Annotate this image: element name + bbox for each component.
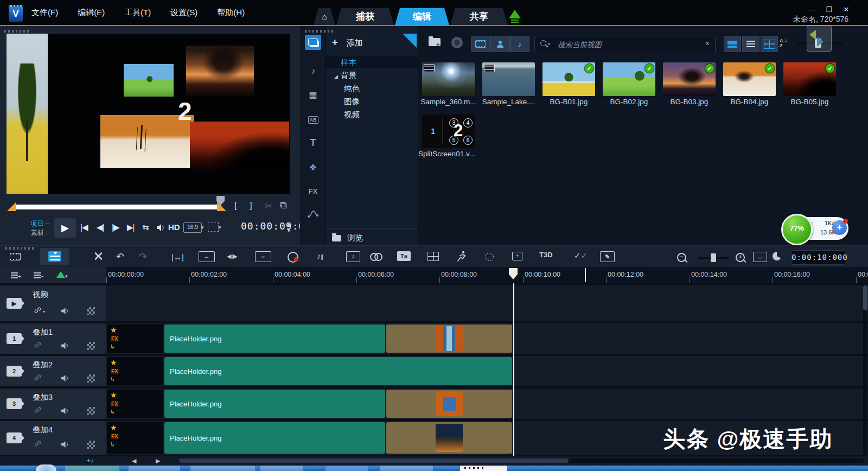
start-button[interactable] [36, 464, 56, 471]
loop-icon[interactable]: ⇆ [142, 222, 149, 232]
skip-end-icon[interactable]: ▶| [127, 222, 134, 232]
audio-gallery-icon[interactable]: ♪ [305, 64, 321, 79]
browse-row[interactable]: 浏览 [326, 228, 418, 246]
duration-clock-icon[interactable] [773, 252, 781, 260]
add-category-button[interactable]: + 添加 [332, 37, 363, 48]
clip-placeholder[interactable]: PlaceHolder.png [164, 390, 385, 418]
prev-frame-icon[interactable]: ◀| [97, 222, 104, 232]
taskbar-app-button[interactable] [380, 466, 433, 471]
track-header-video[interactable]: ▶ 视频 ▾ [0, 285, 106, 321]
range-selection-icon[interactable]: ↔ [199, 251, 215, 262]
close-button[interactable]: ✕ [840, 4, 853, 15]
fit-timeline-icon[interactable]: ↔ [753, 252, 767, 262]
nav-item-background[interactable]: ◢背景 [326, 69, 426, 81]
tab-capture[interactable]: 捕获 [336, 8, 394, 25]
skip-start-icon[interactable]: |◀ [80, 222, 87, 232]
next-frame-icon[interactable]: |▶ [112, 222, 119, 232]
zoom-in-icon[interactable]: + [736, 253, 745, 262]
timeline-hscroll-thumb[interactable] [179, 459, 569, 463]
menu-edit[interactable]: 编辑(E) [78, 8, 105, 18]
storyboard-view-icon[interactable] [10, 253, 21, 262]
timeline-ruler[interactable]: 00:00:00:00 00:00:02:00 00:00:04:00 00:0… [106, 267, 868, 284]
search-dropdown-icon[interactable]: ▾ [548, 42, 550, 47]
clip-customized[interactable]: ★ FX ↳ [107, 357, 163, 385]
filter-photos-button[interactable] [490, 36, 510, 52]
scroll-left-icon[interactable]: ◀ [132, 457, 136, 464]
fit-project-icon[interactable]: |↔| [171, 252, 184, 262]
chroma-key-dropdown-icon[interactable]: ▾ [56, 271, 68, 279]
taskbar-app-button[interactable] [129, 466, 180, 471]
mode-project[interactable]: 项目 – [30, 219, 49, 228]
mode-clip[interactable]: 素材 – [30, 228, 49, 237]
instant-project-icon[interactable]: ▦ [305, 88, 321, 103]
library-item-thumb[interactable] [482, 62, 535, 96]
mute-icon[interactable] [61, 374, 69, 384]
library-item-thumb[interactable] [422, 62, 475, 96]
timecode-down-icon[interactable]: ▼ [286, 228, 291, 233]
track-header-overlay4[interactable]: 4 叠加4 [0, 421, 106, 455]
smart-proxy-icon[interactable]: ✓✓ [574, 251, 588, 260]
customize-motion-icon[interactable]: + [512, 252, 522, 260]
tab-edit[interactable]: 编辑 [395, 8, 449, 25]
menu-settings[interactable]: 设置(S) [170, 8, 197, 18]
volume-icon[interactable] [156, 224, 165, 233]
timeline-view-button[interactable] [40, 248, 69, 265]
title-gallery-icon[interactable]: T [305, 136, 321, 151]
clip-customized[interactable]: ★ FX ↳ [107, 422, 163, 454]
library-item-thumb[interactable]: 1 3 4 2 5 6 [422, 114, 475, 148]
view-grid-button[interactable] [761, 36, 778, 52]
restore-button[interactable]: ❐ [822, 4, 835, 15]
menu-tools[interactable]: 工具(T) [124, 8, 151, 18]
play-button[interactable]: ▶ [54, 218, 76, 238]
hd-toggle[interactable]: HD [168, 222, 180, 232]
search-input[interactable] [557, 38, 694, 51]
nav-item-sample[interactable]: 样本 [326, 56, 433, 68]
ripple-edit-icon[interactable]: ◀|▶ [227, 253, 238, 260]
trim-bar[interactable] [16, 205, 221, 209]
clip-placeholder[interactable]: PlaceHolder.png [164, 422, 385, 454]
timecode-up-icon[interactable]: ▲ [286, 222, 291, 227]
track-transparency-icon[interactable] [87, 307, 95, 315]
panel-grip[interactable] [305, 30, 333, 33]
overlay1-track-lane[interactable]: ★ FX ↳ PlaceHolder.png [106, 323, 868, 354]
track-header-overlay1[interactable]: 1 叠加1 [0, 323, 106, 354]
view-detail-button[interactable] [724, 36, 741, 52]
tool-dropdown-icon[interactable]: ▾ [219, 225, 221, 230]
clip-customized[interactable]: ★ FX ↳ [107, 390, 163, 418]
taskbar-app-button[interactable] [460, 466, 507, 471]
motion-blur-icon[interactable] [370, 253, 382, 260]
track-swap-icon[interactable]: ⇔ [255, 251, 271, 262]
filter-gallery-icon[interactable]: FX [305, 184, 321, 200]
undo-icon[interactable]: ↶ [116, 251, 124, 263]
library-item-thumb[interactable]: ✓ [603, 62, 655, 96]
mute-icon[interactable] [61, 307, 69, 316]
overlay3-track-lane[interactable]: ★ FX ↳ PlaceHolder.png [106, 389, 868, 419]
link-icon[interactable] [34, 306, 42, 316]
filter-videos-button[interactable] [471, 36, 490, 52]
panel-grip[interactable] [4, 30, 30, 33]
preview-video[interactable]: 2 [7, 34, 290, 194]
mark-in-button[interactable]: [ [234, 200, 237, 211]
minimize-button[interactable]: — [805, 4, 818, 15]
split-screen-icon[interactable] [427, 252, 439, 263]
aspect-ratio-select[interactable]: 16:9 [183, 222, 202, 233]
tracks-vertical-scroll-thumb[interactable] [863, 285, 867, 310]
timeline-zoom-handle[interactable] [711, 253, 716, 262]
screenshot-floating-widget[interactable] [807, 26, 832, 52]
motion-path-icon[interactable] [305, 208, 321, 224]
tab-share[interactable]: 共享 [450, 8, 508, 25]
memory-usage-ball[interactable]: 77% [781, 214, 813, 245]
record-capture-icon[interactable] [451, 37, 463, 48]
timeline-timecode[interactable]: 0:00:10:000 [791, 250, 845, 265]
collapse-arrow-icon[interactable]: ◢ [334, 74, 338, 79]
view-list-button[interactable] [742, 36, 760, 52]
split-clip-icon[interactable]: ✂ [265, 200, 272, 212]
sort-icon[interactable]: A↓ Z [780, 38, 792, 50]
menu-help[interactable]: 帮助(H) [217, 8, 245, 18]
taskbar-app-button[interactable] [65, 466, 119, 471]
aspect-dropdown-icon[interactable]: ▾ [201, 225, 204, 230]
clip-placeholder[interactable]: PlaceHolder.png [164, 357, 512, 385]
clip-customized[interactable]: ★ FX ↳ [107, 324, 163, 353]
import-media-icon[interactable]: + [429, 38, 441, 48]
publish-arrow-icon[interactable] [509, 10, 521, 18]
